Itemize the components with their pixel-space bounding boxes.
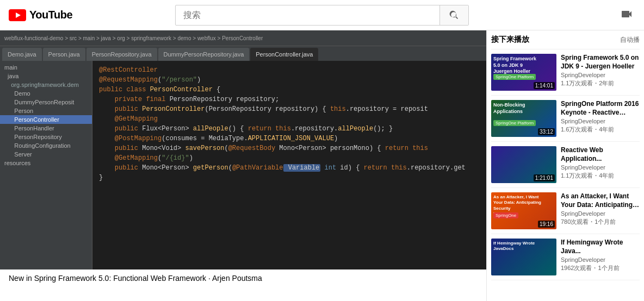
related-thumb-5: If Hemingway Wrote JavaDocs: [491, 239, 556, 275]
tree-item-java: java: [0, 72, 92, 80]
related-video-3[interactable]: 1:21:01 Reactive Web Application... Spri…: [491, 142, 640, 188]
related-thumb-2: Non-Blocking Applications SpringOne Plat…: [491, 100, 556, 137]
ide-path: webflux-functional-demo > src > main > j…: [4, 35, 263, 41]
related-meta-1: 1.1万次观看・2年前: [561, 79, 640, 87]
tree-item-org: org.springframework.dem: [0, 80, 92, 89]
related-title-2: SpringOne Platform 2016 Keynote - Reacti…: [561, 100, 640, 117]
search-icon: [449, 10, 460, 21]
search-bar: [175, 5, 469, 26]
thumb-badge-2: SpringOne Platform: [493, 120, 536, 126]
search-area: [74, 5, 570, 26]
code-line-5: private final PersonRepository repositor…: [99, 95, 480, 104]
ide-tabs: Demo.java Person.java PersonRepository.j…: [0, 46, 486, 61]
thumb-badge-4: SpringOne: [493, 212, 518, 218]
related-meta-5: 1962次观看・1个月前: [561, 264, 640, 272]
thumb-duration-1: 1:14:01: [534, 82, 555, 89]
sidebar: 接下来播放 自动播 Spring Framework5.0 on JDK 9Ju…: [486, 30, 644, 301]
related-meta-3: 1.1万次观看・4年前: [561, 172, 640, 180]
tree-item-dummyrepo[interactable]: DummyPersonReposit: [0, 98, 92, 106]
related-info-1: Spring Framework 5.0 on JDK 9 - Juergen …: [561, 54, 640, 91]
ide-tab-demo[interactable]: Demo.java: [2, 48, 42, 61]
related-title-5: If Hemingway Wrote Java...: [561, 239, 640, 255]
tree-item-personrepo[interactable]: PersonRepository: [0, 133, 92, 141]
ide-tab-personrepo[interactable]: PersonRepository.java: [86, 48, 157, 61]
tree-item-server[interactable]: Server: [0, 150, 92, 159]
related-channel-1: SpringDeveloper: [561, 72, 640, 78]
code-line-9: @GetMapping: [99, 114, 480, 124]
create-video-button[interactable]: [618, 5, 635, 24]
code-editor: @RestController @RequestMapping("/person…: [92, 61, 486, 269]
related-video-2[interactable]: Non-Blocking Applications SpringOne Plat…: [491, 96, 640, 142]
related-title-1: Spring Framework 5.0 on JDK 9 - Juergen …: [561, 54, 640, 71]
search-button[interactable]: [439, 5, 468, 25]
related-channel-3: SpringDeveloper: [561, 164, 640, 171]
code-line-16: public Mono<Person> getPerson(@PathVaria…: [99, 163, 480, 173]
header-right: [570, 5, 635, 24]
thumb-badge-1: SpringOne Platform: [493, 74, 536, 80]
video-section: webflux-functional-demo > src > main > j…: [0, 30, 486, 301]
related-title-3: Reactive Web Application...: [561, 146, 640, 163]
related-thumb-3: 1:21:01: [491, 146, 556, 183]
thumb-duration-2: 33:12: [538, 128, 555, 135]
related-meta-2: 1.6万次观看・4年前: [561, 126, 640, 134]
logo-text: YouTube: [29, 9, 72, 21]
related-info-2: SpringOne Platform 2016 Keynote - Reacti…: [561, 100, 640, 137]
code-line-2: @RequestMapping("/person"): [99, 75, 480, 85]
thumb-text-5: If Hemingway Wrote JavaDocs: [491, 239, 556, 254]
ide-tab-person[interactable]: Person.java: [43, 48, 85, 61]
related-info-3: Reactive Web Application... SpringDevelo…: [561, 146, 640, 183]
video-player: webflux-functional-demo > src > main > j…: [0, 30, 486, 269]
search-input[interactable]: [176, 6, 439, 24]
thumb-duration-4: 19:16: [538, 221, 555, 228]
sidebar-title: 接下来播放: [491, 35, 529, 45]
tree-item-handler[interactable]: PersonHandler: [0, 124, 92, 133]
related-video-5[interactable]: If Hemingway Wrote JavaDocs If Hemingway…: [491, 234, 640, 280]
header: YouTube: [0, 0, 644, 30]
autoplay-label: 自动播: [620, 35, 640, 45]
code-line-12: @PostMapping(consumes = MediaType.APPLIC…: [99, 134, 480, 143]
ide-tab-controller[interactable]: PersonController.java: [250, 48, 318, 61]
code-line-17: }: [99, 173, 480, 183]
related-meta-4: 780次观看・1个月前: [561, 218, 640, 226]
related-thumb-4: As an Attacker, I WantYour Data: Anticip…: [491, 192, 556, 229]
code-line-10: public Flux<Person> allPeople() { return…: [99, 124, 480, 134]
thumb-duration-3: 1:21:01: [534, 174, 555, 181]
thumb-text-2: Non-Blocking Applications: [491, 100, 556, 117]
related-channel-5: SpringDeveloper: [561, 256, 640, 263]
main-content: webflux-functional-demo > src > main > j…: [0, 30, 644, 301]
code-line-7: public PersonController(PersonRepository…: [99, 104, 480, 114]
ide-body: main java org.springframework.dem Demo D…: [0, 61, 486, 269]
thumb-text-3: [491, 146, 556, 150]
ide-toolbar: webflux-functional-demo > src > main > j…: [0, 30, 486, 46]
tree-item-main: main: [0, 63, 92, 72]
logo-area: YouTube: [9, 9, 74, 21]
related-video-1[interactable]: Spring Framework5.0 on JDK 9Juergen Hoel…: [491, 49, 640, 96]
tree-item-person[interactable]: Person: [0, 106, 92, 115]
tree-item-controller[interactable]: PersonController: [0, 115, 92, 124]
related-info-4: As an Attacker, I Want Your Data: Antici…: [561, 192, 640, 229]
code-line-15: @GetMapping("/{id}"): [99, 153, 480, 163]
related-info-5: If Hemingway Wrote Java... SpringDevelop…: [561, 239, 640, 275]
code-line-13: public Mono<Void> savePerson(@RequestBod…: [99, 143, 480, 153]
related-video-4[interactable]: As an Attacker, I WantYour Data: Anticip…: [491, 188, 640, 234]
video-title-area: New in Spring Framework 5.0: Functional …: [0, 269, 486, 283]
code-line-1: @RestController: [99, 65, 480, 75]
tree-item-demo[interactable]: Demo: [0, 89, 92, 98]
ide-file-tree: main java org.springframework.dem Demo D…: [0, 61, 92, 269]
youtube-logo-icon: [9, 9, 26, 21]
related-thumb-1: Spring Framework5.0 on JDK 9Juergen Hoel…: [491, 54, 556, 91]
sidebar-header: 接下来播放 自动播: [491, 30, 640, 49]
related-title-4: As an Attacker, I Want Your Data: Antici…: [561, 192, 640, 209]
tree-item-resources: resources: [0, 159, 92, 167]
ide-tab-dummyrepo[interactable]: DummyPersonRepository.java: [158, 48, 250, 61]
tree-item-routing[interactable]: RoutingConfiguration: [0, 141, 92, 150]
video-title: New in Spring Framework 5.0: Functional …: [9, 274, 478, 283]
camera-icon: [620, 8, 633, 21]
related-channel-4: SpringDeveloper: [561, 210, 640, 217]
related-channel-2: SpringDeveloper: [561, 118, 640, 124]
code-line-3: public class PersonController {: [99, 85, 480, 95]
